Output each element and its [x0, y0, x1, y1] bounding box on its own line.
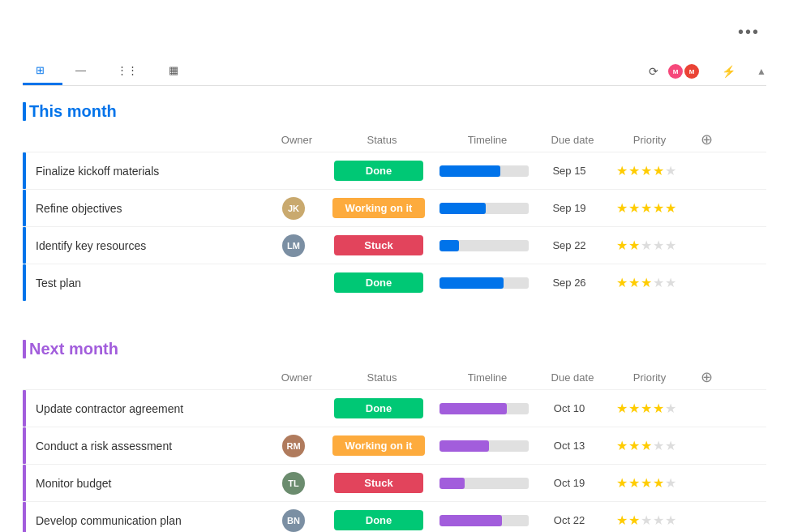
star-filled[interactable]: ★ — [641, 163, 652, 178]
cell-status[interactable]: Done — [326, 510, 431, 530]
row-color-border — [23, 227, 26, 264]
table-row[interactable]: Develop communication planBNDoneOct 22★★… — [23, 501, 766, 532]
star-empty[interactable]: ★ — [665, 238, 676, 253]
row-color-border — [23, 152, 26, 189]
star-empty[interactable]: ★ — [665, 475, 676, 491]
tab-timeline[interactable]: — — [62, 58, 104, 85]
star-empty[interactable]: ★ — [665, 401, 676, 416]
col-duedate-header: Due date — [540, 371, 605, 384]
star-filled[interactable]: ★ — [616, 513, 628, 528]
star-empty[interactable]: ★ — [665, 513, 676, 528]
table-row[interactable]: Update contractor agreementDoneOct 10★★★… — [23, 389, 766, 427]
integrate-icon: ⟳ — [649, 65, 658, 78]
star-filled[interactable]: ★ — [616, 275, 628, 290]
star-filled[interactable]: ★ — [653, 401, 664, 416]
automate-button[interactable]: ⚡ — [715, 62, 747, 81]
star-filled[interactable]: ★ — [628, 275, 640, 290]
star-empty[interactable]: ★ — [641, 513, 652, 528]
star-filled[interactable]: ★ — [641, 275, 652, 290]
star-filled[interactable]: ★ — [616, 475, 628, 491]
timeline-fill — [440, 277, 504, 289]
star-filled[interactable]: ★ — [628, 513, 640, 528]
star-filled[interactable]: ★ — [616, 401, 628, 416]
star-filled[interactable]: ★ — [616, 163, 628, 178]
tab-kanban[interactable]: ⋮⋮ — [104, 58, 156, 85]
star-filled[interactable]: ★ — [628, 238, 640, 253]
star-empty[interactable]: ★ — [653, 275, 664, 290]
section-color-bar-next-month — [23, 340, 26, 358]
kanban-icon: ⋮⋮ — [117, 64, 138, 76]
cell-status[interactable]: Working on it — [326, 435, 431, 456]
cell-task-name: Identify key resources — [29, 239, 261, 252]
star-filled[interactable]: ★ — [641, 401, 652, 416]
table-row[interactable]: Monitor budgetTLStuckOct 19★★★★★ — [23, 464, 766, 501]
star-empty[interactable]: ★ — [665, 163, 676, 178]
table-row[interactable]: Test planDoneSep 26★★★★★ — [23, 264, 766, 301]
star-filled[interactable]: ★ — [641, 200, 652, 216]
star-filled[interactable]: ★ — [616, 438, 628, 453]
star-filled[interactable]: ★ — [653, 163, 664, 178]
row-color-border — [23, 427, 26, 464]
avatar: BN — [282, 509, 305, 532]
star-empty[interactable]: ★ — [653, 238, 664, 253]
star-filled[interactable]: ★ — [653, 475, 664, 491]
add-column-button[interactable]: ⊕ — [701, 131, 713, 148]
timeline-bar-wrapper — [440, 203, 529, 214]
cell-timeline — [431, 240, 537, 251]
table-row[interactable]: Conduct a risk assessmentRMWorking on it… — [23, 427, 766, 464]
cell-status[interactable]: Done — [326, 398, 431, 418]
table-row[interactable]: Refine objectivesJKWorking on itSep 19★★… — [23, 189, 766, 226]
cell-timeline — [431, 403, 537, 414]
timeline-icon: — — [75, 64, 86, 76]
star-filled[interactable]: ★ — [628, 401, 640, 416]
star-filled[interactable]: ★ — [628, 163, 640, 178]
cell-status[interactable]: Stuck — [326, 473, 431, 493]
star-filled[interactable]: ★ — [653, 200, 664, 216]
row-color-border — [23, 264, 26, 301]
col-timeline-header: Timeline — [435, 134, 540, 146]
star-empty[interactable]: ★ — [641, 238, 652, 253]
avatar: RM — [282, 435, 305, 457]
integrate-button[interactable]: ⟳ M M — [642, 61, 705, 82]
cell-due-date: Oct 22 — [537, 514, 602, 526]
star-filled[interactable]: ★ — [641, 438, 652, 453]
timeline-bar-wrapper — [440, 240, 529, 251]
timeline-bar-wrapper — [440, 165, 529, 177]
star-empty[interactable]: ★ — [665, 275, 676, 290]
collapse-button[interactable]: ▲ — [757, 66, 766, 77]
tab-main-table[interactable]: ⊞ — [23, 58, 62, 85]
star-filled[interactable]: ★ — [616, 200, 628, 216]
star-filled[interactable]: ★ — [628, 438, 640, 453]
star-empty[interactable]: ★ — [665, 438, 676, 453]
star-empty[interactable]: ★ — [653, 513, 664, 528]
tab-dashboard[interactable]: ▦ — [156, 58, 196, 85]
star-filled[interactable]: ★ — [665, 200, 676, 216]
cell-status[interactable]: Stuck — [326, 235, 431, 255]
star-filled[interactable]: ★ — [641, 475, 652, 491]
row-color-border — [23, 190, 26, 226]
star-filled[interactable]: ★ — [628, 200, 640, 216]
table-row[interactable]: Finalize kickoff materialsDoneSep 15★★★★… — [23, 152, 766, 189]
cell-owner: RM — [261, 435, 326, 457]
col-owner-header: Owner — [264, 371, 329, 384]
cell-status[interactable]: Done — [326, 161, 431, 181]
timeline-fill — [440, 203, 486, 214]
timeline-fill — [440, 478, 465, 489]
star-empty[interactable]: ★ — [653, 438, 664, 453]
status-badge: Working on it — [332, 435, 426, 456]
star-filled[interactable]: ★ — [628, 475, 640, 491]
cell-timeline — [431, 440, 537, 452]
add-tab-button[interactable] — [196, 65, 216, 78]
table-icon: ⊞ — [36, 64, 45, 76]
cell-status[interactable]: Working on it — [326, 198, 431, 218]
status-badge: Done — [334, 272, 423, 293]
cell-timeline — [431, 165, 537, 177]
more-options-button[interactable]: ••• — [731, 19, 766, 45]
row-color-border — [23, 390, 26, 427]
star-filled[interactable]: ★ — [616, 238, 628, 253]
cell-status[interactable]: Done — [326, 272, 431, 293]
cell-owner: BN — [261, 509, 326, 532]
cell-priority: ★★★★★ — [602, 513, 691, 528]
add-column-button[interactable]: ⊕ — [701, 368, 713, 386]
table-row[interactable]: Identify key resourcesLMStuckSep 22★★★★★ — [23, 226, 766, 264]
